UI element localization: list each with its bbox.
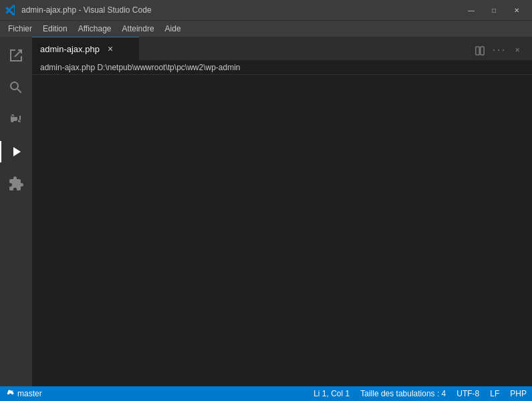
tab-bar: admin-ajax.php × ··· × xyxy=(32,37,532,60)
cursor-position-status[interactable]: Li 1, Col 1 xyxy=(308,386,355,401)
tab-filename: admin-ajax.php xyxy=(40,44,100,54)
close-button[interactable]: ✕ xyxy=(507,3,527,17)
window-title: admin-ajax.php - Visual Studio Code xyxy=(21,5,152,15)
tab-close-button[interactable]: × xyxy=(108,43,113,54)
git-branch-name: master xyxy=(17,389,42,398)
search-icon[interactable] xyxy=(0,72,32,104)
close-editor-button[interactable]: × xyxy=(508,41,527,60)
code-editor[interactable] xyxy=(32,75,532,386)
title-bar: admin-ajax.php - Visual Studio Code — □ … xyxy=(0,0,532,20)
explorer-icon[interactable] xyxy=(0,39,32,72)
more-actions-button[interactable]: ··· xyxy=(489,41,508,60)
extensions-icon[interactable] xyxy=(0,168,32,200)
language-status[interactable]: PHP xyxy=(505,386,532,401)
vscode-icon xyxy=(5,5,16,15)
maximize-button[interactable]: □ xyxy=(484,3,504,17)
tab-actions: ··· × xyxy=(471,41,532,60)
minimize-button[interactable]: — xyxy=(461,3,481,17)
line-numbers xyxy=(32,75,59,386)
status-right: Li 1, Col 1 Taille des tabulations : 4 U… xyxy=(308,386,532,401)
activity-bar xyxy=(0,37,32,386)
main-layout: admin-ajax.php × ··· × admin-ajax.php D:… xyxy=(0,37,532,386)
breadcrumb-filename: admin-ajax.php xyxy=(40,63,95,72)
tab-size-status[interactable]: Taille des tabulations : 4 xyxy=(355,386,451,401)
title-bar-left: admin-ajax.php - Visual Studio Code xyxy=(5,5,152,15)
menu-atteindre[interactable]: Atteindre xyxy=(117,21,160,37)
window-controls: — □ ✕ xyxy=(461,3,527,17)
active-tab[interactable]: admin-ajax.php × xyxy=(32,37,139,60)
line-ending-status[interactable]: LF xyxy=(485,386,505,401)
status-left: master xyxy=(0,386,49,401)
svg-rect-1 xyxy=(481,47,484,55)
source-control-icon[interactable] xyxy=(0,104,32,136)
menu-fichier[interactable]: Fichier xyxy=(3,21,37,37)
split-editor-button[interactable] xyxy=(471,41,489,60)
breadcrumb-path: D:\netpub\wwwroot\tp\pc\ww2\wp-admin xyxy=(97,63,240,72)
menu-bar: Fichier Edition Affichage Atteindre Aide xyxy=(0,20,532,37)
editor-area: admin-ajax.php × ··· × admin-ajax.php D:… xyxy=(32,37,532,386)
run-icon[interactable] xyxy=(0,136,32,168)
menu-affichage[interactable]: Affichage xyxy=(73,21,117,37)
status-bar: master Li 1, Col 1 Taille des tabulation… xyxy=(0,386,532,401)
svg-rect-0 xyxy=(476,47,479,55)
code-content[interactable] xyxy=(59,75,532,386)
encoding-status[interactable]: UTF-8 xyxy=(451,386,485,401)
breadcrumb: admin-ajax.php D:\netpub\wwwroot\tp\pc\w… xyxy=(32,60,532,75)
menu-aide[interactable]: Aide xyxy=(160,21,186,37)
menu-edition[interactable]: Edition xyxy=(37,21,73,37)
git-branch-status[interactable]: master xyxy=(0,386,49,401)
